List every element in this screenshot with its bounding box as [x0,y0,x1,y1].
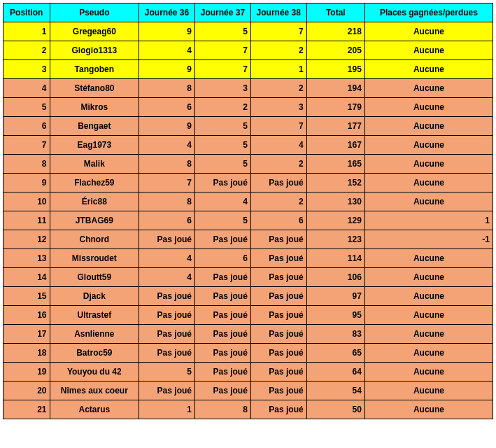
header-j37: Journée 37 [194,4,250,22]
cell-total: 64 [306,363,364,382]
cell-j36: Pas joué [139,230,195,249]
cell-j38: Pas joué [250,268,306,287]
cell-j38: 2 [250,41,306,60]
cell-position: 3 [3,60,50,79]
cell-j36: Pas joué [139,344,195,363]
table-row: 20Nîmes aux coeurPas jouéPas jouéPas jou… [3,382,493,400]
header-places: Places gagnées/perdues [364,4,493,22]
cell-j37: Pas joué [194,306,250,325]
table-row: 9Flachez597Pas jouéPas joué152Aucune [3,174,493,192]
table-row: 3Tangoben971195Aucune [3,60,493,79]
cell-pseudo: Ultrastef [50,306,139,325]
cell-j37: 8 [194,400,250,419]
cell-total: 205 [306,41,364,60]
cell-position: 19 [3,363,50,382]
cell-position: 9 [3,174,50,192]
table-row: 5Mikros623179Aucune [3,98,493,117]
table-row: 8Malik852165Aucune [3,155,493,174]
cell-j36: 4 [139,249,195,268]
cell-j36: 9 [139,22,195,41]
header-total: Total [306,4,364,22]
cell-j37: Pas joué [194,174,250,192]
cell-pseudo: Éric88 [50,192,139,211]
cell-j38: Pas joué [250,363,306,382]
cell-places: Aucune [364,249,493,268]
cell-total: 50 [306,400,364,419]
cell-position: 11 [3,211,50,230]
cell-pseudo: Malik [50,155,139,174]
cell-total: 65 [306,344,364,363]
cell-total: 123 [306,230,364,249]
cell-position: 20 [3,382,50,400]
cell-position: 4 [3,79,50,98]
table-row: 14Gloutt594Pas jouéPas joué106Aucune [3,268,493,287]
table-row: 13Missroudet46Pas joué114Aucune [3,249,493,268]
cell-position: 12 [3,230,50,249]
cell-total: 152 [306,174,364,192]
table-row: 10Éric88842130Aucune [3,192,493,211]
cell-places: 1 [364,211,493,230]
cell-position: 18 [3,344,50,363]
cell-places: Aucune [364,136,493,155]
cell-pseudo: Batroc59 [50,344,139,363]
cell-j37: 4 [194,192,250,211]
table-row: 6Bengaet957177Aucune [3,117,493,136]
cell-j38: Pas joué [250,400,306,419]
cell-places: Aucune [364,306,493,325]
table-row: 1Gregeag60957218Aucune [3,22,493,41]
cell-total: 167 [306,136,364,155]
header-row: Position Pseudo Journée 36 Journée 37 Jo… [3,4,493,22]
cell-j37: Pas joué [194,230,250,249]
table-row: 15DjackPas jouéPas jouéPas joué97Aucune [3,287,493,306]
cell-pseudo: Giogio1313 [50,41,139,60]
cell-position: 16 [3,306,50,325]
cell-j36: 4 [139,41,195,60]
cell-j38: 3 [250,98,306,117]
cell-pseudo: Tangoben [50,60,139,79]
cell-places: Aucune [364,325,493,344]
cell-j36: 6 [139,211,195,230]
cell-total: 194 [306,79,364,98]
cell-total: 130 [306,192,364,211]
cell-places: Aucune [364,192,493,211]
cell-total: 165 [306,155,364,174]
header-j36: Journée 36 [139,4,195,22]
cell-places: Aucune [364,382,493,400]
cell-places: -1 [364,230,493,249]
cell-j37: Pas joué [194,287,250,306]
cell-pseudo: Bengaet [50,117,139,136]
cell-pseudo: Mikros [50,98,139,117]
cell-j36: 5 [139,363,195,382]
cell-j36: 4 [139,136,195,155]
cell-j37: Pas joué [194,325,250,344]
table-row: 4Stéfano80832194Aucune [3,79,493,98]
table-row: 16UltrastefPas jouéPas jouéPas joué95Auc… [3,306,493,325]
cell-j38: Pas joué [250,174,306,192]
cell-places: Aucune [364,41,493,60]
cell-total: 83 [306,325,364,344]
cell-total: 54 [306,382,364,400]
cell-total: 177 [306,117,364,136]
ranking-table: Position Pseudo Journée 36 Journée 37 Jo… [3,3,493,419]
cell-pseudo: Eag1973 [50,136,139,155]
cell-j37: Pas joué [194,268,250,287]
cell-j38: 2 [250,192,306,211]
cell-pseudo: Gloutt59 [50,268,139,287]
cell-j37: 3 [194,79,250,98]
cell-pseudo: Actarus [50,400,139,419]
cell-j38: Pas joué [250,230,306,249]
cell-j38: Pas joué [250,287,306,306]
cell-j37: 5 [194,211,250,230]
cell-places: Aucune [364,60,493,79]
cell-total: 195 [306,60,364,79]
cell-j36: 8 [139,79,195,98]
cell-j36: 8 [139,155,195,174]
cell-places: Aucune [364,268,493,287]
cell-j38: Pas joué [250,306,306,325]
table-row: 12ChnordPas jouéPas jouéPas joué123-1 [3,230,493,249]
cell-j38: 1 [250,60,306,79]
cell-j36: Pas joué [139,325,195,344]
cell-j37: Pas joué [194,344,250,363]
cell-position: 7 [3,136,50,155]
cell-j36: 8 [139,192,195,211]
